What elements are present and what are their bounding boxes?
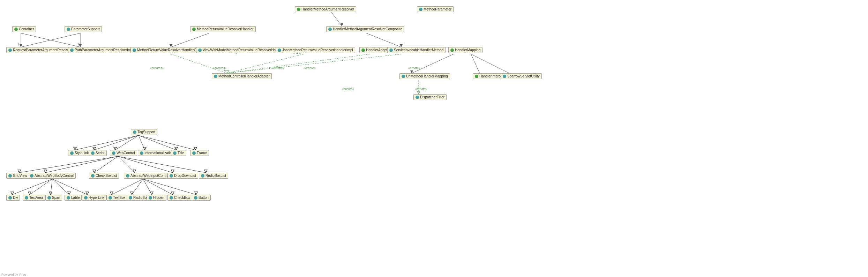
icon-hmarc [328, 28, 332, 31]
creates-label-5: «create» [408, 66, 420, 70]
icon-awic [126, 174, 129, 178]
footer: Powered by jFree [1, 273, 26, 276]
svg-line-44 [45, 156, 118, 173]
icon-grid-view [8, 174, 12, 178]
icon-check-box [170, 196, 173, 200]
icon-container [14, 28, 18, 31]
box-handler-mapping: HandlerMapping [448, 47, 482, 53]
icon-handler-mapping [450, 48, 454, 52]
svg-line-70 [143, 179, 173, 195]
icon-mrvrh-composite [133, 48, 136, 52]
svg-line-28 [471, 54, 480, 73]
svg-marker-53 [204, 170, 207, 173]
box-container: Container [12, 26, 36, 32]
svg-marker-67 [130, 192, 133, 195]
svg-line-36 [139, 135, 145, 150]
icon-umhm [402, 75, 405, 78]
svg-marker-43 [18, 170, 21, 173]
icon-title [173, 151, 177, 155]
icon-parameter-support [67, 28, 70, 31]
svg-line-18 [171, 54, 227, 73]
svg-marker-61 [68, 192, 70, 195]
label-umhm: UrlMethodHandlerMapping [406, 74, 448, 78]
icon-lable [67, 196, 70, 200]
svg-marker-15 [170, 44, 172, 47]
label-title: Title [178, 151, 184, 155]
label-redio-box-list: RedioBoxList [205, 174, 226, 178]
svg-line-21 [227, 54, 370, 73]
svg-line-60 [52, 179, 69, 195]
box-text-box: TextBox [106, 195, 128, 201]
svg-line-29 [471, 54, 509, 73]
label-mcha: MethodControllerHandlerAdapter [218, 74, 270, 78]
icon-frame [192, 151, 196, 155]
svg-marker-57 [28, 192, 31, 195]
svg-line-68 [143, 179, 152, 195]
box-check-box: CheckBox [167, 195, 192, 201]
label-radio-box: RadioBox [133, 196, 148, 200]
label-awic: AbstractWebInputControl [130, 174, 170, 178]
svg-text:1↓: 1↓ [17, 43, 21, 46]
svg-line-40 [139, 135, 195, 150]
svg-marker-8 [341, 23, 343, 26]
svg-marker-63 [86, 192, 89, 195]
icon-hidden [149, 196, 152, 200]
svg-marker-65 [110, 192, 113, 195]
label-grid-view: GridView [13, 174, 27, 178]
label-check-box: CheckBox [174, 196, 190, 200]
icon-method-parameter [419, 8, 422, 11]
box-parameter-support: ParameterSupport [65, 26, 102, 32]
box-tag-support: TagSupport [131, 129, 157, 135]
label-style-link: StyleLink [75, 151, 89, 155]
icon-mrvsh [192, 28, 196, 31]
svg-marker-27 [417, 91, 420, 94]
svg-line-2 [21, 33, 80, 47]
label-container: Container [19, 27, 34, 31]
svg-line-24 [412, 54, 454, 73]
svg-line-42 [19, 156, 118, 173]
box-hyper-link: HyperLink [82, 195, 106, 201]
icon-style-link [70, 151, 74, 155]
svg-line-7 [331, 12, 342, 26]
svg-line-52 [118, 156, 206, 173]
box-title: Title [171, 150, 186, 156]
svg-marker-51 [171, 170, 174, 173]
label-dispatcher-filter: DispatcherFilter [420, 95, 444, 99]
box-redio-box-list: RedioBoxList [199, 173, 228, 179]
label-awbc: AbstractWebBodyControl [35, 174, 74, 178]
svg-marker-55 [11, 192, 14, 195]
icon-hyper-link [84, 196, 88, 200]
box-textarea: TextArea [23, 195, 45, 201]
box-dispatcher-filter: DispatcherFilter [413, 94, 447, 100]
svg-line-62 [52, 179, 87, 195]
icon-jmrvrh [278, 48, 281, 52]
icon-check-box-list [91, 174, 95, 178]
icon-tag-support [133, 130, 136, 134]
svg-line-48 [118, 156, 134, 173]
label-handler-mapping: HandlerMapping [455, 48, 480, 52]
box-hidden: Hidden [147, 195, 166, 201]
label-parameter-support: ParameterSupport [71, 27, 100, 31]
label-hmarc: HandlerMethodArgumentResolverComposite [333, 27, 402, 31]
svg-marker-69 [150, 192, 153, 195]
label-ssu: SparrowServletUtility [507, 74, 540, 78]
svg-line-14 [171, 33, 209, 47]
svg-marker-73 [195, 192, 197, 195]
label-textarea: TextArea [29, 196, 43, 200]
box-mrvsh: MethodReturnValueResolverHandler [190, 26, 256, 32]
box-grid-view: GridView [6, 173, 29, 179]
box-style-link: StyleLink [68, 150, 91, 156]
box-div: Div [6, 195, 20, 201]
svg-line-16 [366, 33, 401, 47]
box-ppari: PathParameterArgumentResolverImpl [68, 47, 136, 53]
icon-radio-box [129, 196, 132, 200]
svg-marker-71 [171, 192, 174, 195]
svg-marker-19 [224, 70, 229, 73]
label-handler-adapter: HandlerAdapter [366, 48, 390, 52]
svg-marker-1 [20, 44, 22, 47]
label-sihm: ServletInvocableHandlerMethod [394, 48, 443, 52]
box-method-parameter: MethodParameter [417, 6, 454, 12]
icon-handler-interceptor [475, 75, 478, 78]
creates-label-7: «create» [342, 87, 354, 91]
icon-div [8, 196, 12, 200]
